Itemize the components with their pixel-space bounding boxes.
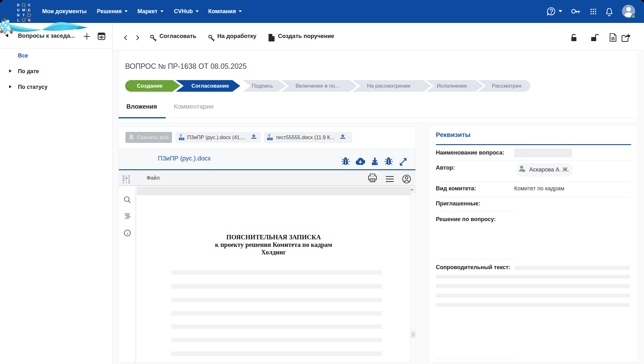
svg-text:U: U <box>17 8 19 12</box>
svg-text:D: D <box>17 3 19 7</box>
svg-text:E: E <box>28 8 30 12</box>
svg-text:T: T <box>23 13 25 17</box>
svg-text:N: N <box>17 13 19 17</box>
svg-text:M: M <box>22 8 25 12</box>
svg-text:C: C <box>28 3 31 7</box>
